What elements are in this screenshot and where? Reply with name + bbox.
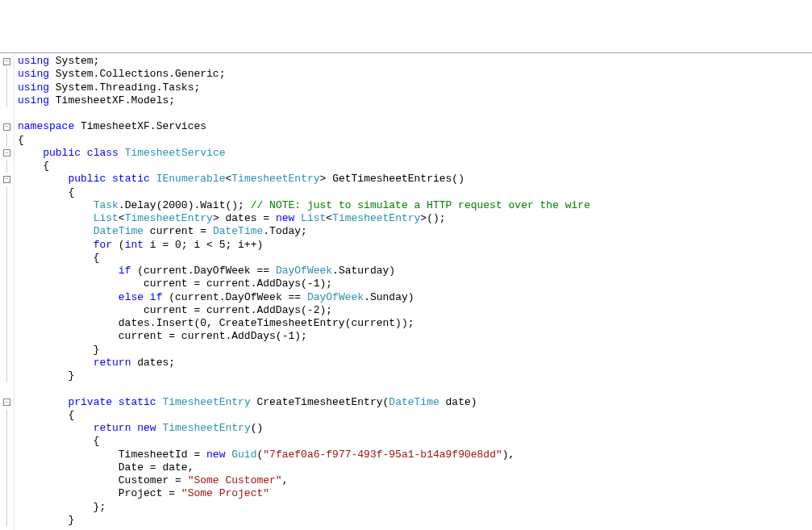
code-token: return: [94, 357, 131, 369]
code-token: >();: [420, 212, 445, 224]
code-line[interactable]: namespace TimesheetXF.Services: [18, 120, 812, 133]
code-area[interactable]: using System;using System.Collections.Ge…: [15, 53, 812, 530]
code-token: DateTime: [389, 396, 439, 408]
code-token: {: [18, 435, 99, 447]
fold-toggle-icon[interactable]: −: [3, 123, 10, 131]
code-line[interactable]: }: [18, 344, 812, 357]
outline-connector: [6, 369, 7, 382]
code-line[interactable]: using System.Threading.Tasks;: [18, 81, 812, 94]
code-token: CreateTimesheetEntry(: [251, 396, 389, 408]
code-token: TimesheetEntry: [332, 212, 420, 224]
outline-connector: [6, 449, 7, 461]
code-token: DateTime: [213, 225, 263, 237]
code-line[interactable]: };: [18, 501, 812, 514]
code-line[interactable]: {: [18, 252, 812, 265]
outline-connector: [6, 94, 7, 107]
code-token: [18, 147, 43, 159]
code-line[interactable]: [18, 107, 812, 120]
code-line[interactable]: {: [18, 134, 812, 147]
code-token: using: [18, 55, 49, 67]
code-token: .Today;: [263, 225, 307, 237]
code-line[interactable]: current = current.AddDays(-1);: [18, 278, 812, 290]
code-token: Customer =: [18, 474, 188, 486]
code-line[interactable]: return new TimesheetEntry(): [18, 422, 812, 435]
code-token: [18, 422, 94, 434]
outline-connector: [6, 278, 7, 290]
code-token: TimesheetEntry: [125, 212, 213, 224]
code-token: }: [18, 344, 99, 356]
code-line[interactable]: Task.Delay(2000).Wait(); // NOTE: just t…: [18, 199, 812, 212]
code-token: else: [119, 291, 144, 303]
code-token: public: [43, 147, 81, 159]
code-token: i = 0; i < 5; i++): [144, 239, 263, 251]
code-line[interactable]: {: [18, 186, 812, 199]
code-line[interactable]: }: [18, 514, 812, 527]
code-token: > GetTimesheetEntries(): [320, 173, 464, 185]
fold-toggle-icon[interactable]: −: [3, 399, 10, 406]
code-line[interactable]: using System;: [18, 55, 812, 68]
code-token: TimesheetXF.Models;: [49, 94, 175, 106]
code-token: [18, 291, 119, 303]
code-token: private: [68, 396, 112, 408]
code-token: Project =: [18, 487, 181, 499]
outline-connector: [6, 330, 7, 343]
code-token: [144, 291, 150, 303]
code-line[interactable]: dates.Insert(0, CreateTimesheetEntry(cur…: [18, 317, 812, 330]
code-line[interactable]: [18, 527, 812, 530]
outline-connector: [6, 134, 7, 147]
code-line[interactable]: {: [18, 409, 812, 422]
fold-toggle-icon[interactable]: −: [3, 176, 10, 183]
outline-connector: [6, 514, 7, 527]
fold-toggle-icon[interactable]: −: [3, 58, 10, 65]
code-token: [81, 147, 87, 159]
code-token: static: [119, 396, 156, 408]
code-line[interactable]: public class TimesheetService: [18, 147, 812, 160]
fold-toggle-icon[interactable]: −: [3, 149, 10, 156]
code-token: "Some Customer": [188, 474, 282, 486]
code-token: DateTime: [94, 225, 144, 237]
code-line[interactable]: Project = "Some Project": [18, 487, 812, 500]
code-line[interactable]: current = current.AddDays(-2);: [18, 304, 812, 317]
outline-connector: [6, 199, 7, 212]
code-token: TimesheetService: [125, 147, 226, 159]
code-line[interactable]: using System.Collections.Generic;: [18, 68, 812, 81]
code-token: int: [125, 239, 144, 251]
code-token: [112, 396, 119, 408]
code-token: static: [112, 173, 150, 185]
code-token: if: [150, 291, 163, 303]
code-token: TimesheetEntry: [162, 396, 250, 408]
outline-connector: [6, 81, 7, 94]
outline-connector: [6, 317, 7, 330]
code-line[interactable]: current = current.AddDays(-1);: [18, 330, 812, 343]
code-line[interactable]: DateTime current = DateTime.Today;: [18, 225, 812, 238]
code-line[interactable]: if (current.DayOfWeek == DayOfWeek.Satur…: [18, 265, 812, 278]
outline-connector: [6, 409, 7, 422]
code-token: public: [68, 173, 106, 185]
code-editor[interactable]: −−−−−− using System;using System.Collect…: [0, 52, 812, 530]
code-line[interactable]: {: [18, 435, 812, 448]
code-token: {: [18, 252, 99, 264]
code-token: [18, 225, 94, 237]
code-token: [119, 147, 125, 159]
code-token: dates.Insert(0, CreateTimesheetEntry(cur…: [18, 317, 414, 329]
code-token: new: [137, 422, 156, 434]
code-line[interactable]: return dates;: [18, 357, 812, 369]
code-line[interactable]: else if (current.DayOfWeek == DayOfWeek.…: [18, 291, 812, 304]
code-line[interactable]: [18, 382, 812, 395]
code-line[interactable]: Customer = "Some Customer",: [18, 474, 812, 487]
code-line[interactable]: {: [18, 160, 812, 173]
code-line[interactable]: List<TimesheetEntry> dates = new List<Ti…: [18, 212, 812, 225]
code-line[interactable]: public static IEnumerable<TimesheetEntry…: [18, 173, 812, 186]
outline-connector: [6, 160, 7, 173]
code-line[interactable]: using TimesheetXF.Models;: [18, 94, 812, 107]
code-line[interactable]: }: [18, 369, 812, 382]
code-line[interactable]: TimesheetId = new Guid("7faef0a6-f977-49…: [18, 449, 812, 461]
code-line[interactable]: for (int i = 0; i < 5; i++): [18, 239, 812, 252]
code-token: return: [94, 422, 131, 434]
code-token: [18, 199, 94, 211]
code-token: {: [18, 134, 24, 146]
code-token: .Saturday): [332, 265, 395, 277]
code-line[interactable]: Date = date,: [18, 461, 812, 474]
code-line[interactable]: private static TimesheetEntry CreateTime…: [18, 396, 812, 409]
code-token: using: [18, 68, 49, 80]
